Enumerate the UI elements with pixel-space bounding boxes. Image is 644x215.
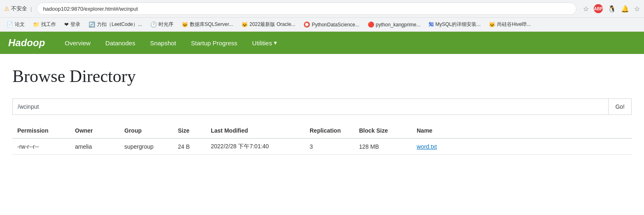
bookmark-icon-2: ❤ xyxy=(64,21,69,28)
table-row: -rw-r--r-- amelia supergroup 24 B 2022/2… xyxy=(12,138,632,155)
bookmark-login[interactable]: ❤ 登录 xyxy=(61,20,84,29)
directory-input[interactable] xyxy=(13,101,608,112)
bookmark-icon-1: 📁 xyxy=(33,21,40,28)
bookmark-label-2: 登录 xyxy=(70,21,80,28)
bookmark-label-7: PythonDataScience... xyxy=(312,22,359,28)
directory-bar: Go! xyxy=(12,98,632,115)
bookmark-hive[interactable]: 🐱 尚硅谷Hive哔... xyxy=(485,20,534,29)
bookmark-label-10: 尚硅谷Hive哔... xyxy=(497,21,531,28)
bookmark-icon-9: 知 xyxy=(429,21,434,28)
bookmark-icon-7: ⭕ xyxy=(303,21,310,28)
nav-utilities[interactable]: Utilities ▾ xyxy=(245,37,284,49)
address-bar-row: ⚠ 不安全 | hadoop102:9870/explorer.html#/wc… xyxy=(0,0,644,17)
bookmark-oracle[interactable]: 🐱 2022最新版 Oracle... xyxy=(238,20,299,29)
bookmark-zhaozu[interactable]: 📁 找工作 xyxy=(30,20,59,29)
nav-overview[interactable]: Overview xyxy=(57,37,98,49)
nav-datanodes[interactable]: Datanodes xyxy=(98,37,143,49)
table-header: Permission Owner Group Size Last Modifie… xyxy=(12,123,632,138)
bookmark-python-kang[interactable]: 🔴 python_kangprime... xyxy=(364,20,424,29)
warning-icon: ⚠ xyxy=(4,5,9,12)
cell-permission: -rw-r--r-- xyxy=(12,138,70,155)
cell-name[interactable]: word.txt xyxy=(412,138,632,155)
bookmark-icon-8: 🔴 xyxy=(368,21,374,28)
bookmark-icon-0: 📄 xyxy=(7,21,13,28)
browser-actions: ☆ ABP 🐧 🔔 ☆ xyxy=(583,4,640,13)
table-header-row: Permission Owner Group Size Last Modifie… xyxy=(12,123,632,138)
bookmark-label-3: 力扣（LeetCode）... xyxy=(97,21,142,28)
bookmark-label-8: python_kangprime... xyxy=(376,22,421,28)
abp-badge[interactable]: ABP xyxy=(594,4,603,13)
col-header-lastmod: Last Modified xyxy=(206,123,305,138)
nav-links: Overview Datanodes Snapshot Startup Prog… xyxy=(57,37,284,49)
bookmark-shiguangxu[interactable]: 🕐 时光序 xyxy=(147,20,177,29)
cell-owner: amelia xyxy=(70,138,119,155)
warning-text: 不安全 xyxy=(11,5,27,12)
bookmark-mysql[interactable]: 知 MySQL的详细安装... xyxy=(425,20,484,29)
bookmark-label-6: 2022最新版 Oracle... xyxy=(250,21,295,28)
col-header-owner: Owner xyxy=(70,123,119,138)
cell-replication: 3 xyxy=(305,138,354,155)
bookmark-icon-4: 🕐 xyxy=(150,21,157,28)
bookmark-lunwen[interactable]: 📄 论文 xyxy=(3,20,28,29)
file-table: Permission Owner Group Size Last Modifie… xyxy=(12,123,632,155)
main-content: Browse Directory Go! Permission Owner Gr… xyxy=(0,54,644,163)
bookmark-icon-3: 🔄 xyxy=(89,21,95,28)
security-warning: ⚠ 不安全 | xyxy=(4,5,33,12)
url-text: hadoop102:9870/explorer.html#/wcinput xyxy=(43,6,138,12)
col-header-replication: Replication xyxy=(305,123,354,138)
utilities-arrow-icon: ▾ xyxy=(274,39,277,47)
bookmark-icon-6: 🐱 xyxy=(241,21,248,28)
col-header-group: Group xyxy=(119,123,173,138)
bookmark-pythondata[interactable]: ⭕ PythonDataScience... xyxy=(300,20,362,29)
bookmark-sqlserver[interactable]: 🐱 数据库SQLServer... xyxy=(178,20,236,29)
address-bar[interactable]: hadoop102:9870/explorer.html#/wcinput xyxy=(37,2,576,15)
bookmark-label-4: 时光序 xyxy=(159,21,173,28)
table-body: -rw-r--r-- amelia supergroup 24 B 2022/2… xyxy=(12,138,632,155)
profile-icon[interactable]: 🐧 xyxy=(608,5,616,13)
col-header-size: Size xyxy=(173,123,206,138)
nav-startup-progress[interactable]: Startup Progress xyxy=(184,37,245,49)
nav-snapshot[interactable]: Snapshot xyxy=(142,37,183,49)
browser-chrome: ⚠ 不安全 | hadoop102:9870/explorer.html#/wc… xyxy=(0,0,644,32)
col-header-permission: Permission xyxy=(12,123,70,138)
star-icon[interactable]: ☆ xyxy=(583,5,589,13)
bookmark-label-9: MySQL的详细安装... xyxy=(435,21,481,28)
bookmark-icon-action[interactable]: ☆ xyxy=(634,5,640,13)
hadoop-logo[interactable]: Hadoop xyxy=(8,37,45,49)
extensions-icon[interactable]: 🔔 xyxy=(621,5,629,13)
bookmarks-bar: 📄 论文 📁 找工作 ❤ 登录 🔄 力扣（LeetCode）... 🕐 时光序 … xyxy=(0,17,644,31)
go-button[interactable]: Go! xyxy=(608,99,631,115)
bookmark-leetcode[interactable]: 🔄 力扣（LeetCode）... xyxy=(85,20,145,29)
hadoop-nav: Hadoop Overview Datanodes Snapshot Start… xyxy=(0,32,644,54)
bookmark-icon-5: 🐱 xyxy=(182,21,188,28)
bookmark-label-5: 数据库SQLServer... xyxy=(190,21,233,28)
bookmark-label-0: 论文 xyxy=(15,21,25,28)
page-title: Browse Directory xyxy=(12,66,632,86)
bookmark-icon-10: 🐱 xyxy=(489,21,495,28)
separator: | xyxy=(30,6,32,12)
cell-group: supergroup xyxy=(119,138,173,155)
cell-blocksize: 128 MB xyxy=(354,138,412,155)
col-header-name: Name xyxy=(412,123,632,138)
bookmark-label-1: 找工作 xyxy=(41,21,56,28)
cell-lastmod: 2022/2/28 下午7:01:40 xyxy=(206,138,305,155)
col-header-blocksize: Block Size xyxy=(354,123,412,138)
cell-size: 24 B xyxy=(173,138,206,155)
